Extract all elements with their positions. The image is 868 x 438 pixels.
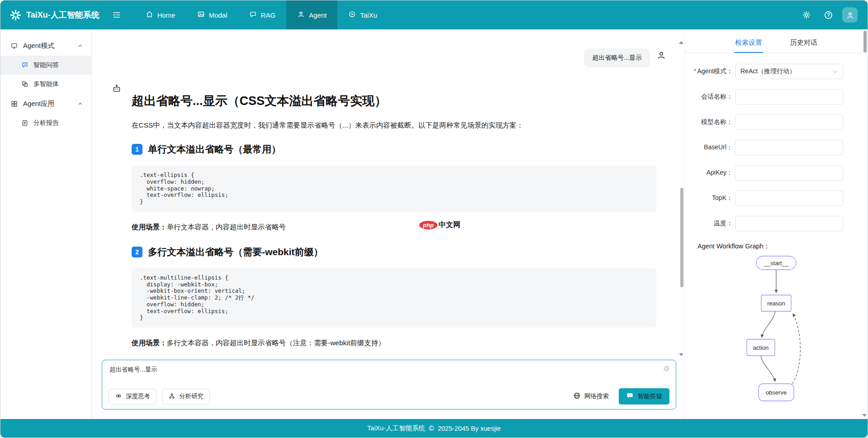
home-icon: [146, 10, 153, 19]
sidebar-item-analysis-report[interactable]: 分析报告: [0, 114, 91, 133]
nav-label: TaiXu: [360, 11, 377, 19]
sidebar-item-smart-qa[interactable]: 智能问答: [0, 56, 91, 75]
settings-form: *Agent模式： ReAct（推理行动） 会话名称： 模型名称： BaseUr…: [685, 53, 868, 231]
php-logo-oval: php: [419, 221, 437, 229]
answer-intro: 在CSS中，当文本内容超出容器宽度时，我们通常需要显示省略号（...）来表示内容…: [132, 121, 656, 130]
settings-gear-icon[interactable]: [799, 7, 814, 23]
field-agent-mode: *Agent模式： ReAct（推理行动）: [685, 64, 868, 79]
scroll-up-arrow[interactable]: [679, 41, 683, 44]
right-settings-panel: 检索设置 历史对话 *Agent模式： ReAct（推理行动） 会话名称： 模型…: [684, 29, 868, 419]
usage-text: 多行文本容器，内容超出时显示省略号（注意：需要-webkit前缀支持）: [167, 339, 385, 347]
session-name-input[interactable]: [735, 89, 843, 105]
scroll-down-arrow[interactable]: [679, 353, 683, 356]
chevron-down-icon: [832, 69, 838, 75]
multi-agent-icon: [21, 81, 28, 88]
nav-item-rag[interactable]: RAG: [238, 0, 287, 29]
workflow-node-action-label: action: [753, 344, 769, 351]
field-label: BaseUrl：: [685, 143, 733, 152]
nav-label: Home: [157, 11, 175, 19]
sidebar-item-multi-agent[interactable]: 多智能体: [0, 75, 91, 94]
nav-label: RAG: [261, 11, 276, 19]
analysis-button[interactable]: 分析研究: [162, 389, 210, 405]
code-block-1: .text-ellipsis { overflow: hidden; white…: [132, 166, 656, 212]
message-composer: 超出省略号...显示 深度思考 分析研究 网络搜索: [102, 360, 676, 409]
sidebar-section-label: Agent模式: [23, 42, 54, 50]
section-2-title: 多行文本溢出省略号（需要-webkit前缀）: [148, 246, 323, 258]
usage-note-2: 使用场景：多行文本容器，内容超出时显示省略号（注意：需要-webkit前缀支持）: [132, 338, 656, 348]
app-footer: TaiXu-人工智能系统 © 2025-2045 By xuesjie: [0, 419, 868, 438]
usage-note-1: 使用场景：单行文本容器，内容超出时显示省略号 php 中文网: [132, 223, 656, 232]
answer-title: 超出省略号...显示（CSS文本溢出省略号实现）: [132, 93, 656, 109]
sidebar-section-label: Agent应用: [23, 100, 54, 108]
help-icon[interactable]: ?: [821, 7, 836, 23]
copyright-icon: ©: [429, 424, 434, 433]
web-search-label: 网络搜索: [584, 392, 609, 400]
api-key-input[interactable]: [735, 165, 843, 181]
field-temperature: 温度：: [685, 216, 868, 231]
temperature-input[interactable]: [735, 216, 843, 231]
nav-item-taixu[interactable]: TaiXu: [337, 0, 388, 29]
field-label: ApiKey：: [685, 169, 733, 177]
sidebar-section-agent-app[interactable]: Agent应用: [0, 94, 91, 114]
sidebar-item-label: 智能问答: [33, 61, 59, 69]
user-avatar[interactable]: [842, 7, 858, 23]
panel-scroll-down-arrow[interactable]: [862, 414, 867, 417]
agent-mode-select[interactable]: ReAct（推理行动）: [735, 64, 843, 79]
agent-app-icon: [10, 100, 18, 108]
usage-label: 使用场景：: [132, 339, 167, 347]
sidebar-item-label: 多智能体: [33, 80, 59, 88]
smart-qa-label: 智能答疑: [638, 392, 662, 400]
navbar-right: ?: [799, 7, 858, 23]
agent-mode-value: ReAct（推理行动）: [740, 67, 796, 76]
top-navbar: TaiXu-人工智能系统 Home Modal RAG: [0, 0, 868, 29]
nav-item-home[interactable]: Home: [135, 0, 186, 29]
svg-text:?: ?: [827, 12, 830, 18]
chat-bubble-icon: [249, 10, 257, 19]
chevron-up-icon: [77, 101, 83, 107]
field-label: 会话名称：: [685, 93, 733, 101]
composer-toolbar: 深度思考 分析研究 网络搜索 智能答疑: [109, 388, 669, 405]
section-1-heading: 1 单行文本溢出省略号（最常用）: [132, 143, 656, 156]
agent-mode-icon: [10, 42, 18, 50]
panel-scrollbar-thumb[interactable]: [863, 31, 867, 52]
chat-main: 超出省略号...显示 超出省略号...显示（CSS文本溢出省略号实现） 在CSS…: [92, 29, 684, 419]
tab-retrieval-settings[interactable]: 检索设置: [734, 33, 763, 52]
footer-brand: TaiXu-人工智能系统: [367, 424, 425, 433]
workflow-node-reason-label: reason: [767, 300, 785, 307]
footer-text: 2025-2045 By xuesjie: [438, 425, 501, 432]
user-message-row: 超出省略号...显示: [92, 48, 666, 67]
taixu-circle-icon: [348, 10, 356, 19]
sidebar-section-agent-mode[interactable]: Agent模式: [0, 36, 91, 56]
sidebar-collapse-icon[interactable]: [112, 10, 121, 19]
web-search-button[interactable]: 网络搜索: [569, 389, 613, 404]
field-session-name: 会话名称：: [685, 89, 868, 105]
left-sidebar: Agent模式 智能问答 多智能体 Agent应用 分析报告: [0, 29, 92, 419]
report-doc-icon: [21, 119, 28, 127]
field-label: 模型名称：: [685, 118, 733, 126]
clear-input-icon[interactable]: [663, 365, 670, 372]
analysis-label: 分析研究: [179, 392, 204, 400]
field-label: TopK：: [685, 194, 733, 202]
assistant-answer-doc: 超出省略号...显示（CSS文本溢出省略号实现） 在CSS中，当文本内容超出容器…: [132, 93, 656, 374]
nav-label: Agent: [309, 11, 327, 19]
deep-think-button[interactable]: 深度思考: [109, 389, 157, 405]
model-name-input[interactable]: [735, 114, 843, 130]
image-icon: [197, 10, 205, 19]
composer-input[interactable]: 超出省略号...显示: [109, 366, 653, 385]
smart-qa-submit-button[interactable]: 智能答疑: [619, 388, 669, 405]
nav-item-modal[interactable]: Modal: [186, 0, 238, 29]
required-mark: *: [694, 67, 696, 75]
workflow-graph-label: Agent Workflow Graph：: [697, 242, 868, 251]
number-2-badge: 2: [132, 247, 142, 257]
nav-item-agent[interactable]: Agent: [286, 0, 337, 29]
usage-text: 单行文本容器，内容超出时显示省略号: [167, 223, 286, 231]
base-url-input[interactable]: [735, 140, 843, 155]
chat-scrollbar-thumb[interactable]: [680, 188, 683, 287]
assistant-robot-icon: [112, 84, 122, 95]
qa-chat-icon: [21, 62, 28, 69]
agent-person-icon: [297, 10, 305, 19]
workflow-node-observe-label: observe: [766, 389, 787, 396]
php-cn-logo: php 中文网: [419, 220, 460, 230]
tab-history-chat[interactable]: 历史对话: [789, 33, 818, 52]
top-k-input[interactable]: [735, 190, 843, 206]
